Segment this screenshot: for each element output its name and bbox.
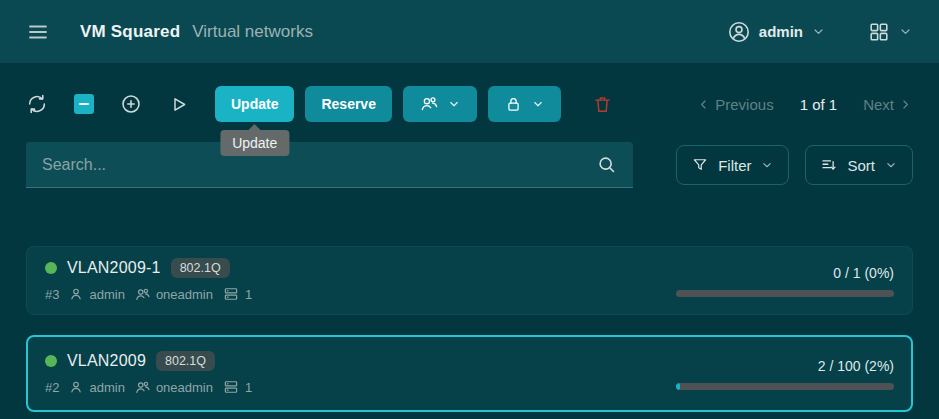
page-title: Virtual networks — [192, 22, 313, 42]
lease-progress-track — [676, 383, 894, 390]
update-button-wrap: Update Update — [215, 86, 294, 122]
owner-item: admin — [68, 286, 124, 302]
owner-name: admin — [89, 380, 124, 395]
ownership-dropdown-button[interactable] — [403, 86, 477, 122]
action-buttons: Update Update Reserve — [215, 86, 613, 122]
filter-button[interactable]: Filter — [676, 145, 789, 185]
next-label: Next — [863, 96, 894, 113]
group-icon — [419, 94, 439, 114]
tool-icons — [26, 93, 189, 115]
pagination: Previous 1 of 1 Next — [696, 96, 913, 113]
lock-dropdown-button[interactable] — [488, 86, 561, 122]
lock-icon — [504, 95, 523, 114]
network-name: VLAN2009 — [67, 352, 146, 370]
avatar-icon — [727, 20, 751, 44]
delete-button[interactable] — [592, 94, 613, 115]
lease-usage: 0 / 1 (0%) — [833, 265, 894, 281]
actions-toolbar: Update Update Reserve — [26, 86, 913, 122]
network-id: #3 — [45, 287, 59, 302]
network-card[interactable]: VLAN2009-1 802.1Q #3 admin — [26, 246, 913, 315]
reserve-button[interactable]: Reserve — [305, 86, 392, 122]
user-icon — [68, 379, 84, 395]
search-row: Filter Sort — [26, 142, 913, 188]
next-page-button[interactable]: Next — [863, 96, 913, 113]
select-all-checkbox[interactable] — [74, 94, 94, 114]
update-button[interactable]: Update — [215, 86, 294, 122]
clusters-count: 1 — [245, 380, 252, 395]
app-title: VM Squared — [80, 22, 180, 42]
create-button[interactable] — [120, 93, 142, 115]
group-item: oneadmin — [134, 286, 213, 303]
chevron-down-icon — [884, 158, 898, 172]
state-dot — [45, 262, 57, 274]
search-bar — [26, 142, 633, 188]
refresh-button[interactable] — [26, 93, 48, 115]
user-menu[interactable]: admin — [727, 20, 826, 44]
clusters-count: 1 — [245, 287, 252, 302]
filter-icon — [691, 156, 709, 174]
group-item: oneadmin — [134, 379, 213, 396]
lease-progress-track — [676, 290, 894, 297]
user-icon — [68, 286, 84, 302]
apps-menu[interactable] — [868, 21, 913, 43]
instantiate-button[interactable] — [168, 94, 189, 115]
clusters-item: 1 — [222, 378, 252, 396]
lease-usage-block: 2 / 100 (2%) — [676, 358, 894, 390]
top-bar: VM Squared Virtual networks admin — [0, 0, 939, 64]
search-icon — [596, 154, 617, 175]
chevron-down-icon — [811, 24, 826, 39]
previous-label: Previous — [715, 96, 773, 113]
chevron-down-icon — [531, 97, 545, 111]
top-bar-right: admin — [727, 20, 913, 44]
lease-progress-fill — [676, 383, 680, 390]
apps-grid-icon — [868, 21, 890, 43]
menu-icon[interactable] — [26, 20, 50, 44]
network-list: VLAN2009-1 802.1Q #3 admin — [26, 246, 913, 412]
group-name: oneadmin — [156, 287, 213, 302]
owner-item: admin — [68, 379, 124, 395]
list-controls: Filter Sort — [676, 145, 913, 185]
update-tooltip: Update — [220, 130, 289, 156]
lease-usage-block: 0 / 1 (0%) — [676, 265, 894, 297]
sort-icon — [820, 156, 838, 174]
network-name: VLAN2009-1 — [67, 259, 161, 277]
vlan-badge: 802.1Q — [171, 258, 230, 278]
state-dot — [45, 355, 57, 367]
user-name: admin — [759, 23, 803, 40]
filter-label: Filter — [718, 157, 751, 174]
clusters-icon — [222, 378, 240, 396]
sort-label: Sort — [847, 157, 875, 174]
lease-usage: 2 / 100 (2%) — [818, 358, 894, 374]
page-status: 1 of 1 — [800, 96, 838, 113]
chevron-down-icon — [447, 97, 461, 111]
sort-button[interactable]: Sort — [805, 145, 913, 185]
chevron-down-icon — [898, 24, 913, 39]
network-id: #2 — [45, 380, 59, 395]
network-info: VLAN2009-1 802.1Q #3 admin — [45, 258, 252, 303]
search-input[interactable] — [42, 156, 596, 174]
previous-page-button[interactable]: Previous — [696, 96, 773, 113]
vlan-badge: 802.1Q — [156, 351, 215, 371]
network-info: VLAN2009 802.1Q #2 admin — [45, 351, 252, 396]
network-card[interactable]: VLAN2009 802.1Q #2 admin — [26, 335, 913, 412]
group-name: oneadmin — [156, 380, 213, 395]
app-window: VM Squared Virtual networks admin — [0, 0, 939, 419]
clusters-icon — [222, 285, 240, 303]
owner-name: admin — [89, 287, 124, 302]
chevron-down-icon — [760, 158, 774, 172]
group-icon — [134, 379, 151, 396]
group-icon — [134, 286, 151, 303]
main-content: Update Update Reserve — [0, 64, 939, 419]
indeterminate-mark — [79, 103, 89, 105]
clusters-item: 1 — [222, 285, 252, 303]
